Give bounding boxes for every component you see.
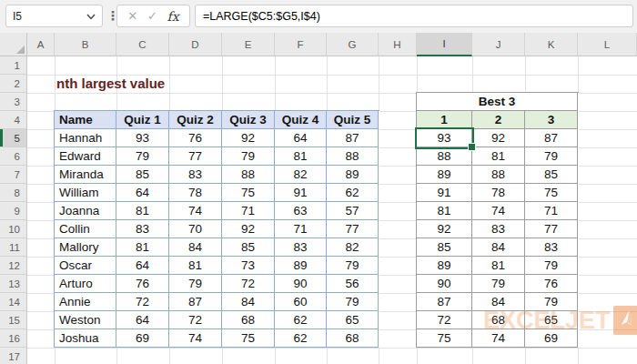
row-header-5[interactable]: 5 (0, 129, 27, 147)
row-header-10[interactable]: 10 (0, 220, 27, 238)
cancel-icon[interactable]: ✕ (127, 10, 137, 22)
cell-quiz-score[interactable]: 93 (116, 129, 169, 147)
confirm-icon[interactable]: ✓ (147, 10, 157, 22)
cell-best3-value[interactable]: 85 (417, 238, 472, 257)
best3-rank-cell[interactable]: 2 (472, 111, 525, 129)
row-header-11[interactable]: 11 (0, 238, 27, 257)
cell-quiz-score[interactable]: 74 (169, 329, 222, 348)
formula-bar[interactable]: =LARGE($C5:$G5,I$4) (195, 5, 633, 27)
cell-best3-value[interactable]: 78 (472, 184, 525, 202)
cell-quiz-score[interactable]: 64 (116, 311, 169, 329)
cell-best3-value[interactable]: 76 (525, 275, 578, 293)
cell-quiz-score[interactable]: 68 (327, 329, 379, 348)
cell-quiz-score[interactable]: 68 (222, 311, 275, 329)
cell-quiz-score[interactable]: 77 (169, 147, 222, 166)
cell-quiz-score[interactable]: 71 (275, 220, 327, 238)
column-header-K[interactable]: K (525, 33, 578, 56)
cell-quiz-score[interactable]: 85 (222, 238, 275, 257)
cell-best3-value[interactable]: 89 (417, 166, 472, 184)
cell-quiz-score[interactable]: 78 (169, 184, 222, 202)
name-box[interactable]: I5 (5, 5, 103, 27)
cell-quiz-score[interactable]: 76 (169, 129, 222, 147)
cell-best3-value[interactable]: 81 (417, 202, 472, 220)
quiz-header-cell[interactable]: Quiz 2 (169, 111, 222, 129)
cell-quiz-score[interactable]: 69 (116, 329, 169, 348)
cell-quiz-score[interactable]: 73 (222, 257, 275, 275)
column-header-J[interactable]: J (472, 33, 525, 56)
cell-best3-value[interactable]: 68 (472, 311, 525, 329)
cell-quiz-score[interactable]: 82 (327, 238, 379, 257)
cell-quiz-score[interactable]: 64 (275, 129, 327, 147)
cell-quiz-score[interactable]: 75 (222, 184, 275, 202)
row-header-8[interactable]: 8 (0, 184, 27, 202)
cell-quiz-score[interactable]: 89 (327, 166, 379, 184)
row-header-7[interactable]: 7 (0, 166, 27, 184)
cell-best3-value[interactable]: 89 (417, 257, 472, 275)
row-header-2[interactable]: 2 (0, 75, 27, 93)
cell-quiz-score[interactable]: 64 (116, 257, 169, 275)
cell-student-name[interactable]: Oscar (55, 257, 116, 275)
cell-quiz-score[interactable]: 72 (169, 311, 222, 329)
row-header-4[interactable]: 4 (0, 111, 27, 129)
cell-quiz-score[interactable]: 56 (327, 275, 379, 293)
cell-quiz-score[interactable]: 88 (222, 166, 275, 184)
cell-quiz-score[interactable]: 83 (275, 238, 327, 257)
row-header-13[interactable]: 13 (0, 275, 27, 293)
best3-rank-cell[interactable]: 3 (525, 111, 578, 129)
cell-best3-value[interactable]: 69 (525, 329, 578, 348)
cell-quiz-score[interactable]: 82 (275, 166, 327, 184)
row-header-6[interactable]: 6 (0, 147, 27, 166)
cell-best3-value[interactable]: 72 (417, 311, 472, 329)
cell-best3-value[interactable]: 87 (417, 293, 472, 311)
cell-quiz-score[interactable]: 79 (169, 275, 222, 293)
row-header-16[interactable]: 16 (0, 329, 27, 348)
cell-quiz-score[interactable]: 81 (116, 202, 169, 220)
cell-quiz-score[interactable]: 74 (169, 202, 222, 220)
cell-best3-value[interactable]: 79 (525, 257, 578, 275)
cell-best3-value[interactable]: 79 (525, 293, 578, 311)
cell-quiz-score[interactable]: 57 (327, 202, 379, 220)
cell-quiz-score[interactable]: 88 (327, 147, 379, 166)
cell-best3-value[interactable]: 74 (472, 202, 525, 220)
cell-quiz-score[interactable]: 84 (169, 238, 222, 257)
cell-best3-value[interactable]: 65 (525, 311, 578, 329)
cell-student-name[interactable]: Arturo (55, 275, 116, 293)
cell-quiz-score[interactable]: 92 (222, 220, 275, 238)
quiz-header-cell[interactable]: Quiz 3 (222, 111, 275, 129)
cell-quiz-score[interactable]: 83 (116, 220, 169, 238)
cell-quiz-score[interactable]: 62 (275, 311, 327, 329)
cell-best3-value[interactable]: 92 (417, 220, 472, 238)
cell-quiz-score[interactable]: 71 (222, 202, 275, 220)
column-header-L[interactable]: L (578, 33, 637, 56)
cell-student-name[interactable]: Mallory (55, 238, 116, 257)
row-header-14[interactable]: 14 (0, 293, 27, 311)
cell-quiz-score[interactable]: 60 (275, 293, 327, 311)
cell-best3-value[interactable]: 90 (417, 275, 472, 293)
cell-student-name[interactable]: Hannah (55, 129, 116, 147)
cell-quiz-score[interactable]: 72 (222, 275, 275, 293)
cell-quiz-score[interactable]: 76 (116, 275, 169, 293)
row-header-17[interactable]: 17 (0, 348, 27, 364)
row-header-15[interactable]: 15 (0, 311, 27, 329)
row-header-3[interactable]: 3 (0, 93, 27, 111)
column-header-C[interactable]: C (116, 33, 169, 56)
cell-quiz-score[interactable]: 70 (169, 220, 222, 238)
cell-student-name[interactable]: Edward (55, 147, 116, 166)
cell-best3-value[interactable]: 87 (525, 129, 578, 147)
cell-best3-value[interactable]: 79 (472, 275, 525, 293)
column-header-D[interactable]: D (169, 33, 222, 56)
cell-best3-value[interactable]: 79 (525, 147, 578, 166)
cell-student-name[interactable]: Joanna (55, 202, 116, 220)
cell-student-name[interactable]: Miranda (55, 166, 116, 184)
cell-best3-value[interactable]: 88 (472, 166, 525, 184)
chevron-down-icon[interactable] (86, 10, 96, 23)
cell-quiz-score[interactable]: 63 (275, 202, 327, 220)
cell-quiz-score[interactable]: 79 (222, 147, 275, 166)
cell-best3-value[interactable]: 85 (525, 166, 578, 184)
cell-quiz-score[interactable]: 72 (116, 293, 169, 311)
cell-best3-value[interactable]: 74 (472, 329, 525, 348)
cell-quiz-score[interactable]: 81 (169, 257, 222, 275)
cell-quiz-score[interactable]: 90 (275, 275, 327, 293)
quiz-header-cell[interactable]: Quiz 4 (275, 111, 327, 129)
cell-quiz-score[interactable]: 77 (327, 220, 379, 238)
